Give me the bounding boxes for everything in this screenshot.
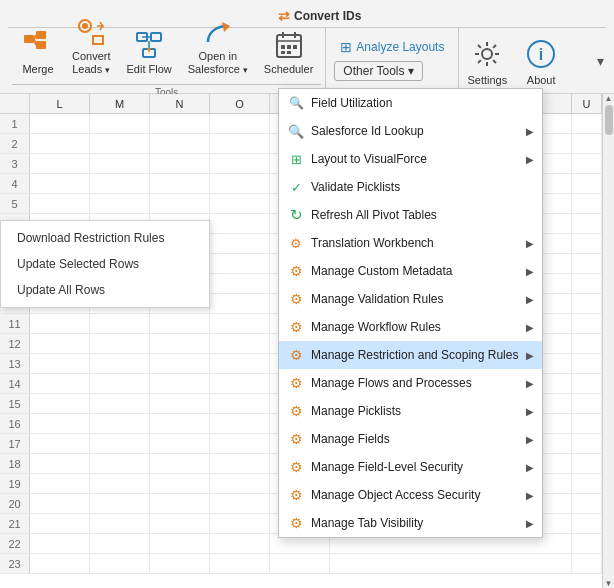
grid-cell[interactable]: [572, 174, 602, 193]
grid-cell[interactable]: [90, 514, 150, 533]
grid-cell[interactable]: [572, 514, 602, 533]
scroll-down-icon[interactable]: ▼: [605, 579, 613, 588]
menu-item-validate-picklists[interactable]: ✓ Validate Picklists: [279, 173, 542, 201]
menu-item-manage-tab-visibility[interactable]: ⚙ Manage Tab Visibility ▶: [279, 509, 542, 537]
grid-cell[interactable]: [90, 494, 150, 513]
grid-cell[interactable]: [90, 354, 150, 373]
grid-cell[interactable]: [150, 414, 210, 433]
grid-cell[interactable]: [150, 154, 210, 173]
grid-cell[interactable]: [90, 534, 150, 553]
grid-cell[interactable]: [210, 514, 270, 533]
grid-cell[interactable]: [30, 154, 90, 173]
grid-cell[interactable]: [572, 274, 602, 293]
grid-cell[interactable]: [150, 114, 210, 133]
grid-cell[interactable]: [572, 454, 602, 473]
convert-leads-button[interactable]: ConvertLeads ▾: [64, 28, 119, 82]
grid-cell[interactable]: [150, 554, 210, 573]
grid-cell[interactable]: [150, 314, 210, 333]
menu-item-manage-flows-processes[interactable]: ⚙ Manage Flows and Processes ▶: [279, 369, 542, 397]
context-menu-item-update-all[interactable]: Update All Rows: [1, 277, 209, 303]
grid-cell[interactable]: [150, 454, 210, 473]
grid-cell[interactable]: [30, 134, 90, 153]
scheduler-button[interactable]: Scheduler: [256, 28, 322, 82]
grid-cell[interactable]: [572, 474, 602, 493]
grid-cell[interactable]: [150, 374, 210, 393]
grid-cell[interactable]: [150, 174, 210, 193]
menu-item-refresh-pivot[interactable]: ↻ Refresh All Pivot Tables: [279, 201, 542, 229]
grid-cell[interactable]: [210, 134, 270, 153]
grid-cell[interactable]: [90, 394, 150, 413]
grid-cell[interactable]: [30, 494, 90, 513]
grid-cell[interactable]: [572, 354, 602, 373]
table-row[interactable]: 23: [0, 554, 602, 574]
grid-cell[interactable]: [30, 194, 90, 213]
grid-cell[interactable]: [572, 234, 602, 253]
scrollbar-right[interactable]: ▲ ▼: [602, 94, 614, 588]
merge-button[interactable]: Merge: [12, 28, 64, 82]
menu-item-manage-oas[interactable]: ⚙ Manage Object Access Security ▶: [279, 481, 542, 509]
grid-cell[interactable]: [210, 354, 270, 373]
grid-cell[interactable]: [90, 334, 150, 353]
grid-cell[interactable]: [150, 474, 210, 493]
grid-cell[interactable]: [30, 374, 90, 393]
grid-cell[interactable]: [210, 434, 270, 453]
grid-cell[interactable]: [90, 474, 150, 493]
edit-flow-button[interactable]: Edit Flow: [119, 28, 180, 82]
grid-cell[interactable]: [210, 534, 270, 553]
grid-cell[interactable]: [572, 494, 602, 513]
grid-cell[interactable]: [90, 314, 150, 333]
grid-cell[interactable]: [572, 154, 602, 173]
menu-item-manage-picklists[interactable]: ⚙ Manage Picklists ▶: [279, 397, 542, 425]
menu-item-translation-workbench[interactable]: ⚙ Translation Workbench ▶: [279, 229, 542, 257]
grid-cell[interactable]: [210, 314, 270, 333]
grid-cell[interactable]: [30, 514, 90, 533]
menu-item-manage-fls[interactable]: ⚙ Manage Field-Level Security ▶: [279, 453, 542, 481]
grid-cell[interactable]: [210, 414, 270, 433]
menu-item-manage-validation-rules[interactable]: ⚙ Manage Validation Rules ▶: [279, 285, 542, 313]
grid-cell[interactable]: [572, 134, 602, 153]
grid-cell[interactable]: [90, 174, 150, 193]
context-menu-item-update-selected[interactable]: Update Selected Rows: [1, 251, 209, 277]
grid-cell[interactable]: [90, 114, 150, 133]
grid-cell[interactable]: [330, 554, 572, 573]
grid-cell[interactable]: [572, 394, 602, 413]
grid-cell[interactable]: [30, 394, 90, 413]
scrollbar-thumb[interactable]: [605, 105, 613, 135]
grid-cell[interactable]: [90, 374, 150, 393]
grid-cell[interactable]: [150, 194, 210, 213]
grid-cell[interactable]: [572, 374, 602, 393]
grid-cell[interactable]: [572, 334, 602, 353]
grid-cell[interactable]: [150, 134, 210, 153]
menu-item-manage-custom-metadata[interactable]: ⚙ Manage Custom Metadata ▶: [279, 257, 542, 285]
grid-cell[interactable]: [572, 254, 602, 273]
grid-cell[interactable]: [30, 554, 90, 573]
analyze-layouts-button[interactable]: ⊞ Analyze Layouts: [334, 37, 450, 57]
grid-cell[interactable]: [90, 554, 150, 573]
about-button[interactable]: i About: [515, 28, 567, 93]
grid-cell[interactable]: [150, 494, 210, 513]
menu-item-sf-id-lookup[interactable]: 🔍 Salesforce Id Lookup ▶: [279, 117, 542, 145]
grid-cell[interactable]: [572, 114, 602, 133]
grid-cell[interactable]: [210, 394, 270, 413]
grid-cell[interactable]: [90, 414, 150, 433]
grid-cell[interactable]: [572, 194, 602, 213]
toolbar-scroll-right-icon[interactable]: ▾: [597, 53, 604, 69]
menu-item-manage-workflow-rules[interactable]: ⚙ Manage Workflow Rules ▶: [279, 313, 542, 341]
grid-cell[interactable]: [210, 274, 270, 293]
grid-cell[interactable]: [90, 434, 150, 453]
grid-cell[interactable]: [150, 534, 210, 553]
grid-cell[interactable]: [210, 114, 270, 133]
menu-item-field-utilization[interactable]: 🔍 Field Utilization: [279, 89, 542, 117]
grid-cell[interactable]: [210, 254, 270, 273]
scroll-up-icon[interactable]: ▲: [605, 94, 613, 103]
grid-cell[interactable]: [30, 414, 90, 433]
grid-cell[interactable]: [210, 554, 270, 573]
menu-item-layout-vf[interactable]: ⊞ Layout to VisualForce ▶: [279, 145, 542, 173]
grid-cell[interactable]: [150, 354, 210, 373]
grid-cell[interactable]: [90, 194, 150, 213]
grid-cell[interactable]: [210, 334, 270, 353]
grid-cell[interactable]: [210, 474, 270, 493]
grid-cell[interactable]: [150, 434, 210, 453]
grid-cell[interactable]: [30, 174, 90, 193]
grid-cell[interactable]: [30, 354, 90, 373]
